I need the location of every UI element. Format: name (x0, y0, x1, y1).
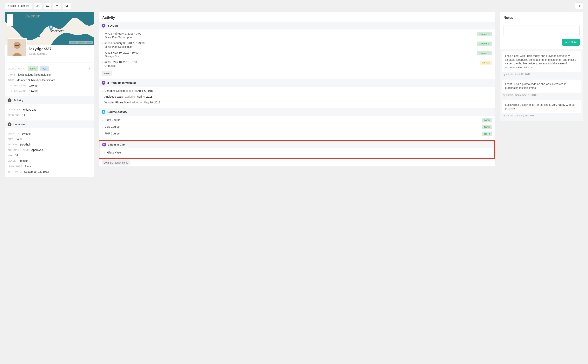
cart-row: Glass Vase (102, 150, 492, 156)
highlighted-cart-section: w 1 Item in Cart Glass Vase (99, 140, 495, 159)
profile-activity-header: Activity (5, 97, 94, 104)
wishlist-header-label: 3 Products in Wishlist (107, 81, 136, 84)
courses-header: Course Activity (99, 108, 495, 116)
order-row: #3651 January 30, 2017 - 129.00Silver Pl… (99, 40, 495, 50)
bullet-icon (102, 103, 103, 104)
wishlist-added: added on (125, 95, 136, 98)
profile-card: + − Sweden Stockholm Leaflet | Stamen De… (5, 12, 94, 177)
wishlist-added: added on (126, 89, 137, 92)
map-zoom: + − (7, 14, 13, 26)
wishlist-header: w 3 Products in Wishlist (99, 79, 495, 87)
order-row: #4725 February 1, 2019 - 0.00Silver Plan… (99, 31, 495, 40)
note-text: Lucia wrote a testimonial for us, she is… (505, 103, 575, 110)
order-line1: #2035 May 10, 2016 - 9.00 (105, 60, 478, 64)
account-status-label: ACCOUNT STATUS: (7, 149, 30, 151)
country-label: COUNTRY: (7, 132, 20, 135)
download-icon (56, 4, 59, 7)
bullet-icon (102, 62, 103, 63)
course-name: Ruby Course (105, 118, 480, 122)
cart-header-label: 1 Item in Cart (108, 143, 125, 146)
download-button[interactable] (53, 2, 61, 9)
svg-point-1 (37, 35, 40, 37)
ltv2-label: LIFETIME VALUE: (7, 90, 27, 92)
last-seen-value: 6 days ago (23, 108, 37, 111)
avatar (7, 38, 26, 57)
more-hidden-button[interactable]: 20 more hidden items (102, 160, 131, 165)
map-zoom-in[interactable]: + (7, 14, 13, 20)
orders-header-label: 4 Orders (107, 24, 119, 27)
note-input[interactable] (503, 25, 580, 36)
order-line1: #4725 February 1, 2019 - 0.00 (105, 32, 475, 35)
wishlist-row: Charging Station added on April 6, 2018 (99, 88, 495, 94)
course-pct: 100% (482, 125, 492, 129)
back-button[interactable]: Back to user list (5, 2, 32, 9)
email-label: E-MAIL: (7, 73, 16, 76)
course-pct: 100% (482, 118, 492, 123)
ltv1-value: 179.95 (29, 84, 38, 87)
birth-date-label: BIRTH DATE: (7, 170, 22, 173)
note-item: I sent Lucia a promo code as she was int… (502, 79, 581, 92)
order-line2: Silver Plan Subscription (105, 36, 475, 39)
cart-header: w 1 Item in Cart (99, 141, 494, 149)
edit-groups-button[interactable] (88, 67, 91, 70)
woo-icon: w (102, 81, 106, 85)
bullet-icon (102, 91, 103, 92)
age-label: AGE: (7, 154, 13, 156)
pencil-icon (88, 67, 91, 70)
wishlist-added: added on (132, 101, 143, 104)
pencil-icon (36, 4, 39, 7)
age-value: 32 (15, 154, 18, 157)
order-line2: Silver Plan Subscription (105, 45, 475, 48)
order-status: completed (477, 41, 492, 46)
settings-button[interactable] (575, 2, 583, 9)
order-status: completed (477, 51, 492, 55)
courses-header-label: Course Activity (107, 110, 127, 113)
orders-header: w 4 Orders (99, 22, 495, 30)
badge-loyal: loyal (40, 66, 49, 71)
region-label: REGION: (7, 143, 18, 146)
course-name: PHP Course (105, 132, 480, 135)
graduation-icon (102, 110, 106, 114)
profile-location-label: Location (13, 123, 25, 126)
bullet-icon (102, 97, 103, 98)
svg-point-2 (50, 26, 52, 27)
order-status: completed (477, 32, 492, 36)
map-zoom-out[interactable]: − (7, 20, 13, 26)
region-value: Stockholm (20, 143, 32, 146)
role-value: Member, Subscriber, Participant (17, 78, 55, 82)
order-line2: Organiser (105, 64, 478, 67)
badge-active: active (27, 66, 38, 71)
view-orders-button[interactable]: View (102, 71, 112, 76)
group-icon (46, 4, 49, 7)
svg-point-0 (32, 32, 36, 35)
profile-activity-label: Activity (13, 99, 23, 102)
user-add-icon (65, 4, 68, 7)
add-note-button[interactable]: Add Note (562, 39, 580, 46)
order-line2: Storage Box (105, 55, 475, 58)
note-item: Lucia wrote a testimonial for us, she is… (502, 100, 581, 113)
username: lazytiger337 (29, 47, 52, 51)
wishlist-date: April 6, 2018 (138, 89, 153, 92)
bullet-icon (102, 33, 103, 34)
user-add-button[interactable] (63, 2, 71, 9)
course-row: PHP Course100% (99, 130, 495, 137)
edit-button[interactable] (33, 2, 42, 9)
note-meta: by admin | January 29, 2016 (502, 113, 581, 118)
wishlist-date: May 18, 2018 (144, 101, 160, 104)
bullet-icon (102, 134, 103, 135)
wishlist-name: Charging Station (105, 89, 125, 92)
order-line1: #1918 May 19, 2016 - 15.00 (105, 51, 475, 54)
user-groups-label: USER GROUPS: (7, 67, 26, 70)
svg-point-4 (13, 42, 20, 49)
map-country-label: Sweden (25, 13, 40, 19)
ltv1-label: LIFETIME VALUE: (7, 84, 27, 87)
ltv2-value: 144.00 (29, 90, 38, 92)
group-button[interactable] (43, 2, 52, 9)
languages-value: French (25, 165, 33, 168)
birth-date-value: September 15, 1983 (24, 170, 49, 173)
cart-item-name: Glass Vase (107, 151, 489, 154)
course-row: Ruby Course100% (99, 117, 495, 124)
notes-list: I had a chat with Lucia today, she provi… (500, 49, 583, 121)
woo-icon: w (102, 24, 106, 27)
wishlist-row: Analogue Watch added on April 4, 2018 (99, 94, 495, 99)
